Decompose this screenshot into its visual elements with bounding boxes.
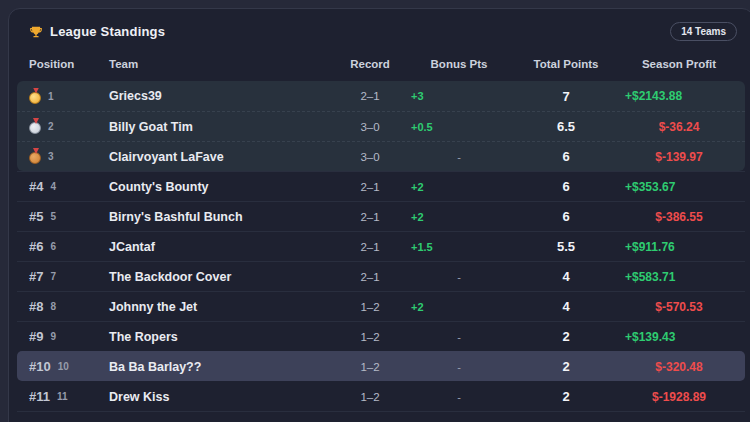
position-cell: #6 6: [29, 239, 109, 254]
position-cell: #5 5: [29, 209, 109, 224]
record-value: 2–1: [329, 90, 411, 102]
bronze-medal-icon: [29, 152, 41, 164]
total-points-value: 2: [507, 359, 625, 374]
position-cell: #10 10: [29, 359, 109, 374]
bonus-value: +2: [411, 181, 507, 193]
team-name: The Ropers: [109, 330, 329, 344]
position-cell: #11 11: [29, 389, 109, 404]
table-row[interactable]: #7 7 The Backdoor Cover 2–1 - 4 +$583.71: [17, 261, 745, 291]
bonus-value: -: [411, 361, 507, 373]
record-value: 3–0: [329, 151, 411, 163]
profit-value: $-320.48: [625, 360, 733, 374]
table-row[interactable]: #9 9 The Ropers 1–2 - 2 +$139.43: [17, 321, 745, 351]
bonus-value: +0.5: [411, 121, 507, 133]
rank-hash: #6: [29, 239, 43, 254]
table-row[interactable]: #12 12 Old Stogie 0–3 +1 1 $-1768.59: [17, 411, 745, 422]
total-points-value: 5.5: [507, 239, 625, 254]
position-cell: #7 7: [29, 269, 109, 284]
record-value: 2–1: [329, 181, 411, 193]
page-title: League Standings: [50, 24, 165, 39]
table-row[interactable]: #10 10 Ba Ba Barlay?? 1–2 - 2 $-320.48: [17, 351, 745, 381]
standings-table: Position Team Record Bonus Pts Total Poi…: [9, 50, 750, 422]
silver-medal-icon: [29, 122, 41, 134]
column-header-total-points: Total Points: [507, 58, 625, 70]
total-points-value: 6: [507, 149, 625, 164]
total-points-value: 6: [507, 179, 625, 194]
profit-value: +$583.71: [625, 270, 733, 284]
team-name: Drew Kiss: [109, 390, 329, 404]
table-row[interactable]: #11 11 Drew Kiss 1–2 - 2 $-1928.89: [17, 381, 745, 411]
team-name: The Backdoor Cover: [109, 270, 329, 284]
position-cell: #9 9: [29, 329, 109, 344]
total-points-value: 4: [507, 299, 625, 314]
profit-value: +$353.67: [625, 180, 733, 194]
rank-hash: #4: [29, 179, 43, 194]
title-wrap: League Standings: [29, 24, 165, 39]
bonus-value: -: [411, 271, 507, 283]
team-name: JCantaf: [109, 240, 329, 254]
column-header-record: Record: [329, 58, 411, 70]
profit-value: $-570.53: [625, 300, 733, 314]
league-standings-card: League Standings 14 Teams Position Team …: [8, 8, 750, 422]
bonus-value: +3: [411, 90, 507, 102]
team-count-badge: 14 Teams: [670, 22, 737, 41]
rank-number: 6: [50, 241, 56, 252]
table-row[interactable]: 2 Billy Goat Tim 3–0 +0.5 6.5 $-36.24: [17, 111, 745, 141]
standings-rows: 1 Griecs39 2–1 +3 7 +$2143.88 2 Billy Go…: [17, 81, 745, 422]
total-points-value: 2: [507, 329, 625, 344]
profit-value: $-139.97: [625, 150, 733, 164]
team-name: Billy Goat Tim: [109, 120, 329, 134]
team-name: Ba Ba Barlay??: [109, 360, 329, 374]
team-name: County's Bounty: [109, 180, 329, 194]
rank-number: 11: [57, 391, 68, 402]
team-name: Clairvoyant LaFave: [109, 150, 329, 164]
rank-number: 5: [50, 211, 56, 222]
gold-medal-icon: [29, 92, 41, 104]
profit-value: $-1928.89: [625, 390, 733, 404]
rank-hash: #10: [29, 359, 51, 374]
record-value: 3–0: [329, 121, 411, 133]
position-cell: 3: [29, 149, 109, 164]
table-row[interactable]: #6 6 JCantaf 2–1 +1.5 5.5 +$911.76: [17, 231, 745, 261]
column-header-season-profit: Season Profit: [625, 58, 733, 70]
column-header-team: Team: [109, 58, 329, 70]
table-row[interactable]: #4 4 County's Bounty 2–1 +2 6 +$353.67: [17, 171, 745, 201]
bonus-value: +1.5: [411, 241, 507, 253]
bonus-value: +2: [411, 301, 507, 313]
rank-number: 7: [50, 271, 56, 282]
position-cell: 1: [29, 89, 109, 104]
record-value: 1–2: [329, 391, 411, 403]
team-name: Johnny the Jet: [109, 300, 329, 314]
table-row[interactable]: #5 5 Birny's Bashful Bunch 2–1 +2 6 $-38…: [17, 201, 745, 231]
position-cell: #4 4: [29, 179, 109, 194]
profit-value: +$2143.88: [625, 89, 733, 103]
total-points-value: 7: [507, 89, 625, 104]
position-cell: 2: [29, 119, 109, 134]
table-row[interactable]: #8 8 Johnny the Jet 1–2 +2 4 $-570.53: [17, 291, 745, 321]
rank-hash: #8: [29, 299, 43, 314]
profit-value: +$139.43: [625, 330, 733, 344]
record-value: 1–2: [329, 301, 411, 313]
rank-number: 9: [50, 331, 56, 342]
rank-number: 2: [48, 121, 54, 132]
record-value: 1–2: [329, 331, 411, 343]
column-header-position: Position: [29, 58, 109, 70]
rank-hash: #7: [29, 269, 43, 284]
bonus-value: -: [411, 391, 507, 403]
rank-number: 3: [48, 151, 54, 162]
rank-number: 8: [50, 301, 56, 312]
bonus-value: -: [411, 331, 507, 343]
total-points-value: 6.5: [507, 119, 625, 134]
rank-hash: #9: [29, 329, 43, 344]
rank-number: 10: [58, 361, 69, 372]
total-points-value: 2: [507, 389, 625, 404]
record-value: 2–1: [329, 211, 411, 223]
trophy-icon: [29, 25, 43, 39]
team-name: Birny's Bashful Bunch: [109, 210, 329, 224]
table-row[interactable]: 1 Griecs39 2–1 +3 7 +$2143.88: [17, 81, 745, 111]
total-points-value: 4: [507, 269, 625, 284]
profit-value: $-386.55: [625, 210, 733, 224]
table-header-row: Position Team Record Bonus Pts Total Poi…: [17, 50, 745, 78]
profit-value: $-36.24: [625, 120, 733, 134]
table-row[interactable]: 3 Clairvoyant LaFave 3–0 - 6 $-139.97: [17, 141, 745, 171]
